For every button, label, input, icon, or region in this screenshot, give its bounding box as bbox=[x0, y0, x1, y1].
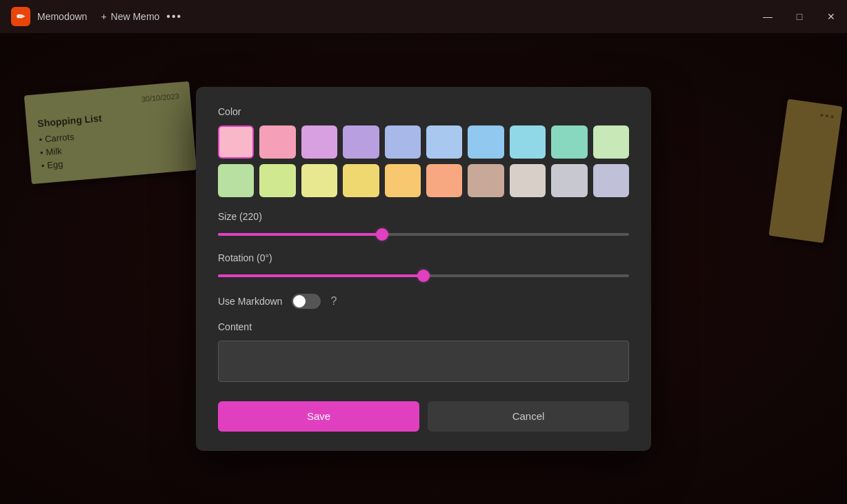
maximize-button[interactable]: □ bbox=[784, 0, 815, 33]
color-row-1 bbox=[218, 125, 629, 159]
window-controls: — □ ✕ bbox=[752, 0, 847, 33]
color-swatch-20[interactable] bbox=[593, 164, 629, 197]
size-label: Size (220) bbox=[218, 211, 629, 222]
color-swatch-15[interactable] bbox=[385, 164, 421, 197]
size-section: Size (220) bbox=[218, 211, 629, 241]
titlebar: ✏ Memodown + New Memo ••• — □ ✕ bbox=[0, 0, 847, 33]
rotation-label: Rotation (0°) bbox=[218, 252, 629, 263]
new-memo-button[interactable]: + New Memo bbox=[101, 11, 159, 22]
content-section: Content bbox=[218, 321, 629, 385]
color-grid bbox=[218, 125, 629, 197]
modal-overlay: Color bbox=[0, 33, 847, 504]
color-swatch-1[interactable] bbox=[218, 125, 254, 159]
plus-icon: + bbox=[101, 11, 106, 22]
color-swatch-17[interactable] bbox=[468, 164, 504, 197]
save-button[interactable]: Save bbox=[218, 401, 419, 432]
color-swatch-5[interactable] bbox=[385, 125, 421, 159]
color-swatch-4[interactable] bbox=[343, 125, 379, 159]
app-name: Memodown bbox=[37, 11, 87, 22]
color-section-label: Color bbox=[218, 106, 629, 117]
color-swatch-6[interactable] bbox=[426, 125, 462, 159]
close-button[interactable]: ✕ bbox=[815, 0, 847, 33]
modal-footer: Save Cancel bbox=[218, 401, 629, 432]
content-textarea[interactable] bbox=[218, 341, 629, 382]
app-logo-icon: ✏ bbox=[17, 11, 25, 22]
rotation-section: Rotation (0°) bbox=[218, 252, 629, 283]
color-swatch-10[interactable] bbox=[593, 125, 629, 159]
color-swatch-7[interactable] bbox=[468, 125, 504, 159]
color-swatch-9[interactable] bbox=[551, 125, 587, 159]
toggle-knob bbox=[293, 295, 306, 308]
cancel-button[interactable]: Cancel bbox=[428, 401, 629, 432]
new-memo-label: New Memo bbox=[111, 11, 160, 22]
help-icon[interactable]: ? bbox=[330, 295, 337, 308]
color-row-2 bbox=[218, 164, 629, 197]
color-swatch-13[interactable] bbox=[301, 164, 337, 197]
color-swatch-19[interactable] bbox=[551, 164, 587, 197]
color-swatch-3[interactable] bbox=[301, 125, 337, 159]
color-swatch-11[interactable] bbox=[218, 164, 254, 197]
color-swatch-16[interactable] bbox=[426, 164, 462, 197]
use-markdown-row: Use Markdown ? bbox=[218, 294, 629, 309]
more-options-button[interactable]: ••• bbox=[166, 10, 182, 23]
color-swatch-2[interactable] bbox=[259, 125, 295, 159]
color-swatch-8[interactable] bbox=[510, 125, 546, 159]
use-markdown-label: Use Markdown bbox=[218, 296, 282, 307]
new-memo-dialog: Color bbox=[196, 87, 651, 451]
use-markdown-toggle[interactable] bbox=[292, 294, 321, 309]
minimize-button[interactable]: — bbox=[752, 0, 784, 33]
color-swatch-12[interactable] bbox=[259, 164, 295, 197]
content-label: Content bbox=[218, 321, 629, 332]
color-swatch-18[interactable] bbox=[510, 164, 546, 197]
app-logo: ✏ bbox=[11, 7, 30, 26]
color-swatch-14[interactable] bbox=[343, 164, 379, 197]
